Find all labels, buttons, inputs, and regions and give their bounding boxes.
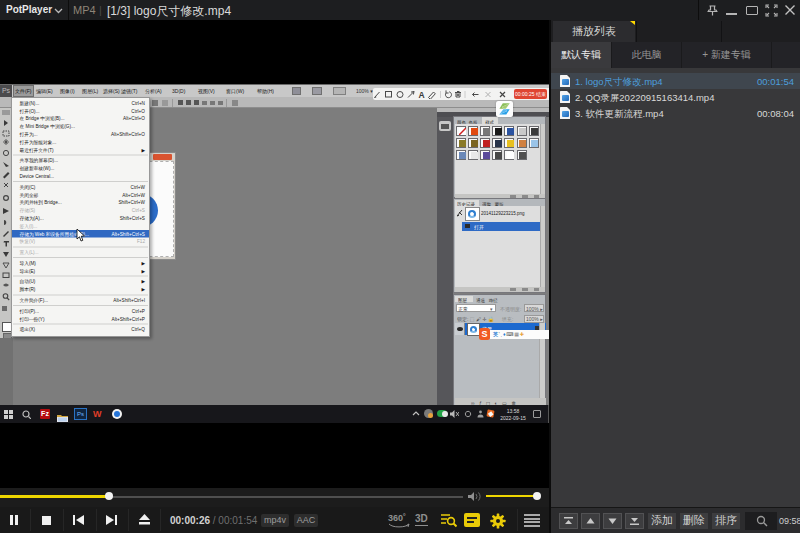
svg-text:A: A bbox=[419, 90, 425, 99]
